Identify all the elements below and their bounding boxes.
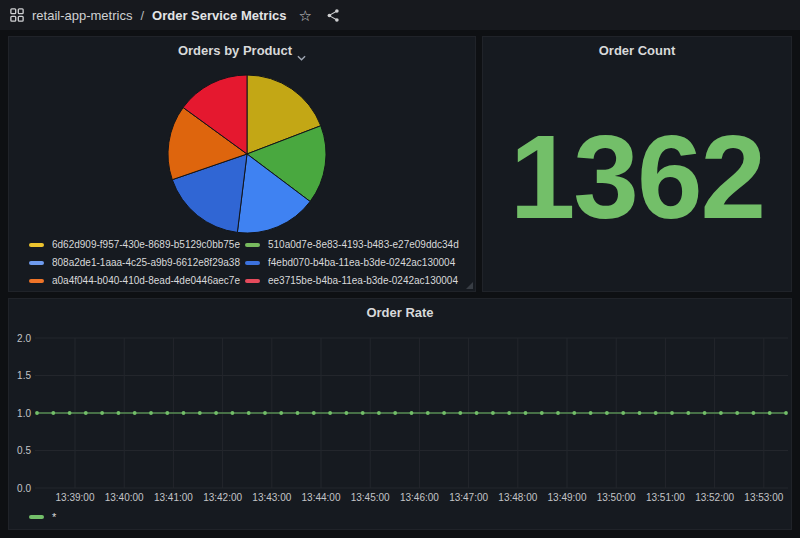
pie-legend-item[interactable]: 510a0d7e-8e83-4193-b483-e27e09ddc34d <box>245 237 469 252</box>
share-icon[interactable] <box>326 8 341 23</box>
data-point <box>638 411 642 415</box>
data-point <box>670 411 674 415</box>
x-tick-label: 13:41:00 <box>154 492 193 503</box>
data-point <box>719 411 723 415</box>
legend-swatch <box>245 243 260 247</box>
panel-title: Order Count <box>599 43 676 58</box>
data-point <box>442 411 446 415</box>
panel-title-menu-order-count[interactable]: Order Count <box>483 37 791 63</box>
panel-orders-by-product: Orders by Product 6d62d909-f957-430e-868… <box>8 36 476 292</box>
x-tick-label: 13:48:00 <box>498 492 537 503</box>
x-tick-label: 13:44:00 <box>302 492 341 503</box>
panel-title: Order Rate <box>366 305 433 320</box>
data-point <box>654 411 658 415</box>
data-point <box>328 411 332 415</box>
x-tick-label: 13:52:00 <box>695 492 734 503</box>
pie-legend-item[interactable]: 6d62d909-f957-430e-8689-b5129c0bb75e <box>29 237 245 252</box>
legend-label: f4ebd070-b4ba-11ea-b3de-0242ac130004 <box>268 257 455 268</box>
pie-legend-item[interactable]: a0a4f044-b040-410d-8ead-4de0446aec7e <box>29 273 245 288</box>
order-rate-chart: 2.01.51.00.50.013:39:0013:40:0013:41:001… <box>9 299 791 529</box>
data-point <box>686 411 690 415</box>
stat-value: 1362 <box>483 63 791 291</box>
data-point <box>393 411 397 415</box>
y-tick-label: 1.0 <box>17 408 31 419</box>
data-point <box>524 411 528 415</box>
data-point <box>752 411 756 415</box>
data-point <box>182 411 186 415</box>
data-point <box>345 411 349 415</box>
panel-order-rate: 2.01.51.00.50.013:39:0013:40:0013:41:001… <box>8 298 792 530</box>
data-point <box>51 411 55 415</box>
data-point <box>540 411 544 415</box>
y-tick-label: 0.0 <box>17 483 31 494</box>
breadcrumb-separator: / <box>140 8 144 23</box>
x-tick-label: 13:51:00 <box>646 492 685 503</box>
data-point <box>149 411 153 415</box>
legend-label: a0a4f044-b040-410d-8ead-4de0446aec7e <box>52 275 240 286</box>
x-tick-label: 13:39:00 <box>56 492 95 503</box>
data-point <box>279 411 283 415</box>
y-tick-label: 1.5 <box>17 370 31 381</box>
panel-title-menu-orders-by-product[interactable]: Orders by Product <box>9 37 475 63</box>
legend-label: 510a0d7e-8e83-4193-b483-e27e09ddc34d <box>268 239 459 250</box>
x-tick-label: 13:50:00 <box>597 492 636 503</box>
pie-legend-item[interactable]: f4ebd070-b4ba-11ea-b3de-0242ac130004 <box>245 255 469 270</box>
pie-legend-item[interactable]: ee3715be-b4ba-11ea-b3de-0242ac130004 <box>245 273 469 288</box>
legend-swatch <box>29 515 44 519</box>
breadcrumb-folder[interactable]: retail-app-metrics <box>32 8 132 23</box>
panel-title: Orders by Product <box>178 43 292 58</box>
data-point <box>247 411 251 415</box>
data-point <box>458 411 462 415</box>
data-point <box>117 411 121 415</box>
legend-label: * <box>52 511 56 523</box>
data-point <box>296 411 300 415</box>
x-tick-label: 13:47:00 <box>449 492 488 503</box>
legend-swatch <box>29 243 44 247</box>
data-point <box>198 411 202 415</box>
data-point <box>68 411 72 415</box>
panel-resize-handle[interactable] <box>466 282 473 289</box>
x-tick-label: 13:53:00 <box>744 492 783 503</box>
legend-swatch <box>245 279 260 283</box>
star-icon[interactable]: ☆ <box>298 8 311 23</box>
breadcrumb-dashboard-title[interactable]: Order Service Metrics <box>152 8 286 23</box>
x-tick-label: 13:49:00 <box>548 492 587 503</box>
data-point <box>507 411 511 415</box>
legend-swatch <box>245 261 260 265</box>
x-tick-label: 13:40:00 <box>105 492 144 503</box>
data-point <box>572 411 576 415</box>
pie-chart <box>166 73 328 235</box>
data-point <box>768 411 772 415</box>
dashboards-grid-icon[interactable] <box>10 8 24 22</box>
data-point <box>231 411 235 415</box>
data-point <box>491 411 495 415</box>
data-point <box>377 411 381 415</box>
data-point <box>735 411 739 415</box>
legend-label: 808a2de1-1aaa-4c25-a9b9-6612e8f29a38 <box>52 257 240 268</box>
legend-label: 6d62d909-f957-430e-8689-b5129c0bb75e <box>52 239 240 250</box>
data-point <box>263 411 267 415</box>
data-point <box>784 411 788 415</box>
data-point <box>589 411 593 415</box>
data-point <box>426 411 430 415</box>
series-legend-item[interactable]: * <box>29 511 56 523</box>
x-tick-label: 13:45:00 <box>351 492 390 503</box>
data-point <box>35 411 39 415</box>
pie-legend-item[interactable]: 808a2de1-1aaa-4c25-a9b9-6612e8f29a38 <box>29 255 245 270</box>
data-point <box>361 411 365 415</box>
top-navbar: retail-app-metrics / Order Service Metri… <box>0 0 800 30</box>
data-point <box>556 411 560 415</box>
data-point <box>410 411 414 415</box>
panel-title-menu-order-rate[interactable]: Order Rate <box>9 299 791 325</box>
data-point <box>84 411 88 415</box>
data-point <box>100 411 104 415</box>
x-tick-label: 13:46:00 <box>400 492 439 503</box>
legend-label: ee3715be-b4ba-11ea-b3de-0242ac130004 <box>268 275 458 286</box>
data-point <box>214 411 218 415</box>
x-tick-label: 13:42:00 <box>203 492 242 503</box>
chevron-down-icon <box>297 47 306 53</box>
data-point <box>605 411 609 415</box>
legend-swatch <box>29 261 44 265</box>
legend-swatch <box>29 279 44 283</box>
data-point <box>621 411 625 415</box>
